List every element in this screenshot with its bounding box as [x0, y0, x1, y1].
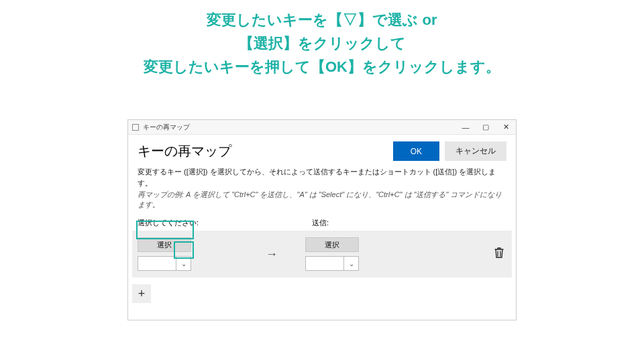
- arrow-icon: →: [238, 247, 305, 261]
- source-column: 選択 ⌄: [138, 237, 238, 271]
- chevron-down-icon[interactable]: ⌄: [176, 257, 191, 270]
- remap-window: キーの再マップ ― ▢ ✕ キーの再マップ OK キャンセル 変更するキー ([…: [127, 119, 517, 320]
- close-button[interactable]: ✕: [496, 120, 516, 135]
- source-combo[interactable]: ⌄: [138, 256, 191, 271]
- example-text: 再マップの例: A を選択して "Ctrl+C" を送信し、"A" は "Sel…: [128, 188, 516, 215]
- source-select-button[interactable]: 選択: [138, 237, 191, 252]
- instruction-line-1: 変更したいキーを【▽】で選ぶ or: [0, 8, 644, 32]
- description-text: 変更するキー ([選択]) を選択してから、それによって送信するキーまたはショー…: [128, 166, 516, 188]
- mapping-row: 選択 ⌄ → 選択 ⌄: [132, 231, 512, 278]
- left-column-label: 選択してください:: [138, 218, 312, 228]
- chevron-down-icon[interactable]: ⌄: [343, 257, 358, 270]
- target-column: 選択 ⌄: [305, 237, 406, 271]
- source-combo-value: [138, 257, 176, 270]
- target-combo[interactable]: ⌄: [305, 256, 359, 271]
- titlebar-title: キーの再マップ: [143, 123, 190, 132]
- target-select-button[interactable]: 選択: [305, 237, 359, 252]
- target-combo-value: [306, 257, 343, 270]
- titlebar: キーの再マップ ― ▢ ✕: [128, 120, 516, 135]
- dialog-header: キーの再マップ OK キャンセル: [128, 135, 516, 166]
- minimize-button[interactable]: ―: [455, 120, 476, 135]
- add-row-area: +: [128, 278, 516, 310]
- instruction-text: 変更したいキーを【▽】で選ぶ or 【選択】をクリックして 変更したいキーを押し…: [0, 0, 644, 79]
- cancel-button[interactable]: キャンセル: [445, 141, 506, 161]
- instruction-line-3: 変更したいキーを押して【OK】をクリックします。: [0, 55, 644, 78]
- dialog-title: キーの再マップ: [138, 142, 231, 160]
- column-labels: 選択してください: 送信:: [128, 215, 516, 231]
- right-column-label: 送信:: [312, 218, 329, 228]
- add-mapping-button[interactable]: +: [132, 284, 151, 303]
- app-icon: [132, 124, 139, 131]
- instruction-line-2: 【選択】をクリックして: [0, 32, 644, 55]
- maximize-button[interactable]: ▢: [476, 120, 496, 135]
- ok-button[interactable]: OK: [393, 141, 439, 161]
- delete-icon[interactable]: [494, 247, 504, 261]
